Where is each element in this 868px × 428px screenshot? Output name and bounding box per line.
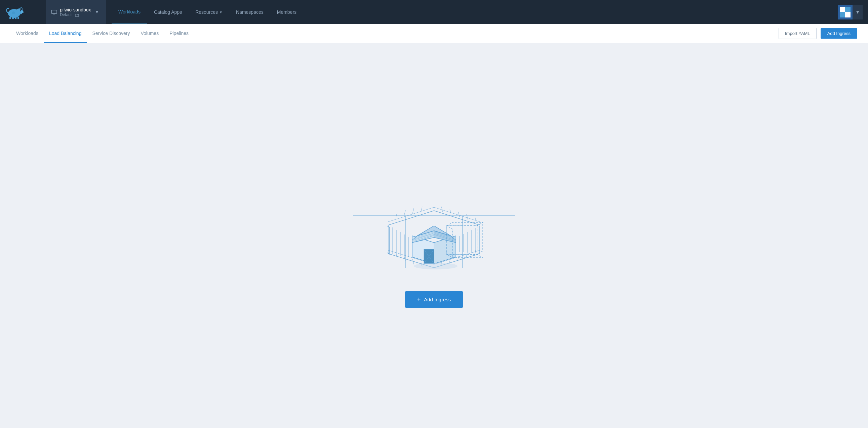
- tabs-list: Workloads Load Balancing Service Discove…: [11, 24, 779, 43]
- logo-area: [5, 5, 46, 20]
- add-ingress-center-button[interactable]: + Add Ingress: [405, 291, 463, 308]
- folder-icon: [75, 13, 79, 17]
- svg-line-58: [450, 209, 451, 214]
- tab-pipelines[interactable]: Pipelines: [164, 24, 194, 43]
- svg-line-59: [458, 212, 460, 217]
- svg-line-49: [388, 211, 434, 225]
- header: pilwio-sandbox Default ▼ Workloads Catal…: [0, 0, 868, 24]
- svg-point-4: [21, 8, 22, 10]
- resources-dropdown-arrow: ▼: [219, 10, 222, 14]
- tab-workloads[interactable]: Workloads: [11, 24, 44, 43]
- tabs-bar: Workloads Load Balancing Service Discove…: [0, 24, 868, 43]
- svg-rect-12: [18, 17, 19, 19]
- nav-item-members[interactable]: Members: [270, 0, 303, 24]
- svg-line-60: [467, 214, 468, 220]
- user-avatar[interactable]: [838, 5, 852, 20]
- svg-line-55: [412, 208, 414, 214]
- workspace-default: Default: [60, 12, 91, 17]
- svg-rect-9: [9, 17, 11, 19]
- svg-line-50: [434, 211, 480, 225]
- svg-rect-10: [12, 17, 14, 19]
- svg-rect-14: [52, 10, 57, 13]
- workspace-text: pilwio-sandbox Default: [60, 7, 91, 17]
- user-dropdown-button[interactable]: ▼: [852, 5, 863, 20]
- tabs-actions: Import YAML Add Ingress: [779, 28, 857, 39]
- workspace-selector[interactable]: pilwio-sandbox Default ▼: [46, 0, 106, 24]
- svg-line-57: [441, 207, 443, 212]
- svg-line-54: [404, 210, 405, 216]
- monitor-icon: [51, 10, 57, 14]
- add-ingress-center-label: Add Ingress: [424, 297, 451, 302]
- main-content: + Add Ingress: [0, 43, 868, 428]
- workspace-name: pilwio-sandbox: [60, 7, 91, 12]
- svg-point-86: [414, 263, 458, 269]
- nav-item-resources[interactable]: Resources ▼: [189, 0, 229, 24]
- empty-state: + Add Ingress: [353, 164, 515, 308]
- header-right: ▼: [838, 5, 868, 20]
- svg-rect-11: [15, 17, 17, 19]
- main-nav: Workloads Catalog Apps Resources ▼ Names…: [106, 0, 309, 24]
- logo-icon: [5, 5, 24, 20]
- tab-load-balancing[interactable]: Load Balancing: [44, 24, 87, 43]
- tab-service-discovery[interactable]: Service Discovery: [87, 24, 135, 43]
- svg-point-13: [12, 11, 15, 14]
- svg-line-61: [475, 217, 476, 222]
- import-yaml-button[interactable]: Import YAML: [779, 28, 816, 39]
- svg-line-51: [388, 207, 434, 222]
- workspace-dropdown-arrow[interactable]: ▼: [95, 10, 99, 14]
- add-ingress-header-button[interactable]: Add Ingress: [820, 28, 857, 39]
- svg-line-52: [434, 207, 480, 222]
- tab-volumes[interactable]: Volumes: [135, 24, 164, 43]
- nav-item-catalog-apps[interactable]: Catalog Apps: [147, 0, 189, 24]
- farm-illustration: [353, 164, 515, 278]
- svg-point-5: [20, 10, 21, 11]
- svg-point-8: [22, 12, 23, 12]
- checkerboard-icon: [840, 7, 850, 18]
- svg-point-7: [22, 12, 22, 12]
- nav-item-workloads[interactable]: Workloads: [112, 0, 147, 24]
- nav-item-namespaces[interactable]: Namespaces: [229, 0, 270, 24]
- plus-icon: +: [417, 296, 421, 303]
